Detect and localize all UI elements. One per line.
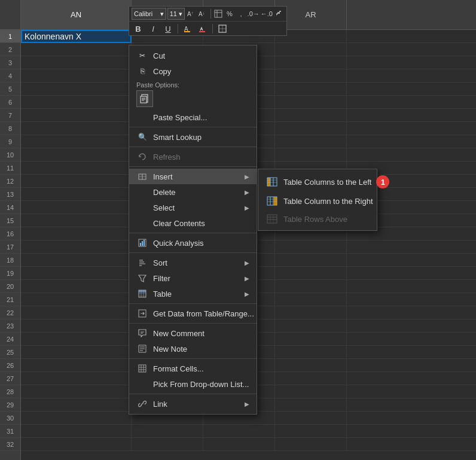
insert-submenu: Table Columns to the Left 1 Table C	[258, 169, 377, 231]
row-14[interactable]: 14	[0, 201, 20, 214]
table-icon	[136, 289, 148, 298]
cell-an1-content: Kolonnenavn X	[25, 32, 81, 41]
menu-item-delete[interactable]: Delete ▶	[129, 184, 257, 200]
row-9[interactable]: 9	[0, 135, 20, 148]
row-26[interactable]: 26	[0, 359, 20, 372]
table-label: Table	[153, 290, 172, 298]
italic-button[interactable]: I	[147, 23, 160, 35]
fill-color-button[interactable]: A	[181, 23, 194, 35]
row-19[interactable]: 19	[0, 267, 20, 280]
row-12[interactable]: 12	[0, 175, 20, 188]
bold-button[interactable]: B	[132, 23, 145, 35]
row-31[interactable]: 31	[0, 425, 20, 438]
clear-contents-label: Clear Contents	[153, 219, 205, 228]
comma-button[interactable]: ,	[236, 8, 246, 20]
decrease-font-button[interactable]: A↓	[197, 8, 208, 20]
font-size-selector[interactable]: 11 ▾	[167, 8, 185, 20]
svg-marker-46	[139, 275, 146, 282]
row-17[interactable]: 17	[0, 240, 20, 254]
menu-item-new-comment[interactable]: New Comment	[129, 325, 257, 341]
row-5[interactable]: 5	[0, 83, 20, 96]
insert-arrow-icon: ▶	[245, 173, 249, 180]
font-color-button[interactable]	[196, 23, 209, 35]
row-20[interactable]: 20	[0, 280, 20, 293]
row-30[interactable]: 30	[0, 412, 20, 425]
link-arrow-icon: ▶	[245, 401, 249, 407]
borders-button[interactable]	[216, 23, 229, 35]
row-21[interactable]: 21	[0, 293, 20, 306]
row-1[interactable]: 1	[0, 30, 20, 43]
row-22[interactable]: 22	[0, 306, 20, 319]
row-2[interactable]: 2	[0, 43, 20, 56]
font-name-value: Calibri	[134, 10, 152, 17]
row-3[interactable]: 3	[0, 56, 20, 69]
grid-row-31	[21, 425, 476, 438]
menu-item-paste-special[interactable]: Paste Special...	[129, 109, 257, 125]
menu-item-insert[interactable]: Insert ▶ Table	[129, 169, 257, 184]
row-8[interactable]: 8	[0, 122, 20, 135]
toolbar-row2: B I U A	[129, 22, 286, 36]
decrease-decimal-button[interactable]: ←.0	[261, 8, 273, 20]
underline-button[interactable]: U	[161, 23, 175, 35]
pick-dropdown-label: Pick From Drop-down List...	[153, 380, 249, 389]
menu-item-clear-contents[interactable]: Clear Contents	[129, 215, 257, 231]
row-10[interactable]: 10	[0, 148, 20, 162]
menu-item-pick-dropdown[interactable]: Pick From Drop-down List...	[129, 376, 257, 392]
col-header-an[interactable]: AN	[21, 0, 132, 29]
menu-item-select[interactable]: Select ▶	[129, 200, 257, 215]
comma-icon: ,	[240, 10, 242, 17]
filter-icon	[136, 273, 148, 283]
submenu-col-left[interactable]: Table Columns to the Left 1	[258, 172, 377, 192]
delete-arrow-icon: ▶	[245, 189, 249, 196]
menu-item-filter[interactable]: Filter ▶	[129, 270, 257, 286]
menu-item-quick-analysis[interactable]: Quick Analysis	[129, 235, 257, 251]
toolbar-sep-2	[178, 24, 178, 33]
new-comment-icon	[136, 328, 148, 338]
paste-button-1[interactable]	[136, 90, 153, 107]
svg-rect-9	[199, 31, 205, 32]
clear-contents-icon	[136, 218, 148, 228]
separator-5	[129, 252, 257, 253]
row-16[interactable]: 16	[0, 227, 20, 240]
row-4[interactable]: 4	[0, 69, 20, 83]
row-25[interactable]: 25	[0, 346, 20, 359]
row-6[interactable]: 6	[0, 96, 20, 109]
menu-item-link[interactable]: Link ▶	[129, 396, 257, 412]
increase-font-button[interactable]: A↑	[186, 8, 196, 20]
font-name-selector[interactable]: Calibri ▾	[132, 8, 166, 20]
menu-item-get-data[interactable]: Get Data from Table/Range...	[129, 306, 257, 321]
menu-item-format-cells[interactable]: Format Cells...	[129, 361, 257, 376]
row-23[interactable]: 23	[0, 319, 20, 333]
percent-button[interactable]: %	[224, 8, 234, 20]
link-label: Link	[153, 400, 167, 409]
menu-item-new-note[interactable]: New Note	[129, 341, 257, 357]
row-27[interactable]: 27	[0, 372, 20, 385]
row-28[interactable]: 28	[0, 385, 20, 398]
menu-item-sort[interactable]: Sort ▶	[129, 255, 257, 270]
row-15[interactable]: 15	[0, 214, 20, 227]
menu-item-smart-lookup[interactable]: 🔍 Smart Lookup	[129, 129, 257, 145]
row-29[interactable]: 29	[0, 398, 20, 412]
cell-an1[interactable]: Kolonnenavn X	[21, 30, 132, 43]
col-right-icon	[266, 196, 279, 206]
row-11[interactable]: 11	[0, 162, 20, 175]
row-18[interactable]: 18	[0, 254, 20, 267]
format-as-table-button[interactable]	[213, 8, 223, 20]
delete-icon	[136, 187, 148, 197]
svg-rect-59	[139, 365, 146, 372]
row-32[interactable]: 32	[0, 438, 20, 451]
row-13[interactable]: 13	[0, 188, 20, 201]
cell-an2[interactable]	[21, 43, 132, 56]
separator-2	[129, 147, 257, 147]
format-painter-button[interactable]	[274, 8, 284, 20]
menu-item-table[interactable]: Table ▶	[129, 286, 257, 301]
menu-item-cut[interactable]: ✂ Cut	[129, 48, 257, 63]
filter-arrow-icon: ▶	[245, 275, 249, 282]
row-7[interactable]: 7	[0, 109, 20, 122]
svg-rect-33	[267, 215, 277, 223]
sort-label: Sort	[153, 258, 167, 267]
row-24[interactable]: 24	[0, 333, 20, 346]
menu-item-copy[interactable]: ⎘ Copy	[129, 63, 257, 79]
submenu-col-right[interactable]: Table Column to the Right	[258, 192, 377, 210]
increase-decimal-button[interactable]: .0→	[248, 8, 260, 20]
